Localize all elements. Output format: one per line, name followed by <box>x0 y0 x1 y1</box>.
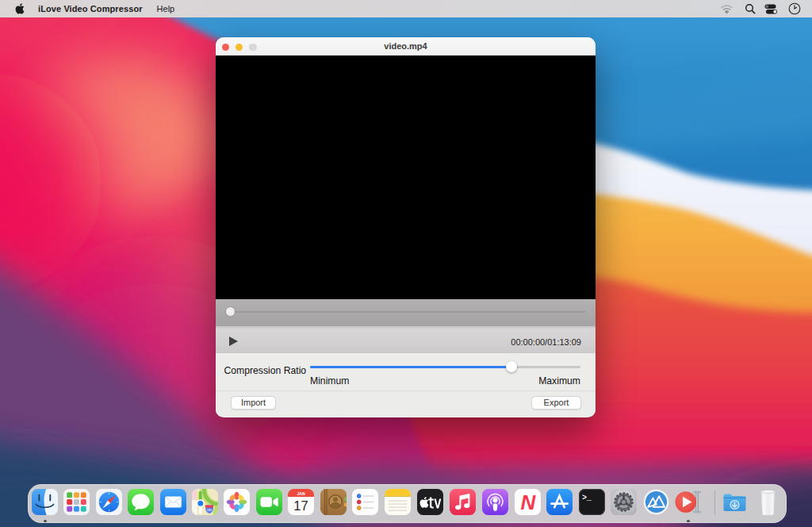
svg-text:>_: >_ <box>582 494 592 502</box>
svg-text:JAN: JAN <box>297 491 304 496</box>
svg-text:280: 280 <box>207 508 213 512</box>
svg-text:N: N <box>520 490 536 514</box>
svg-text:17: 17 <box>293 498 308 513</box>
